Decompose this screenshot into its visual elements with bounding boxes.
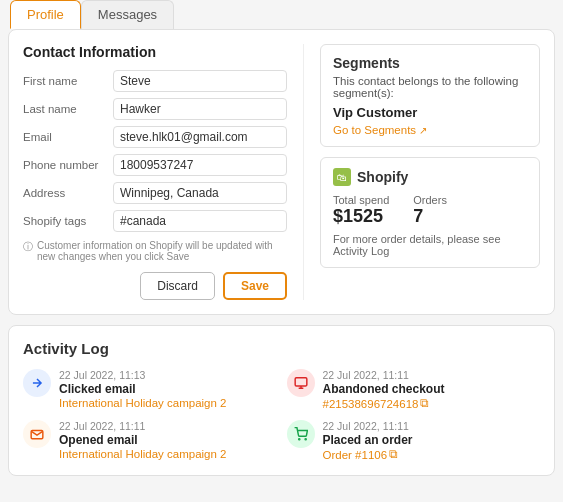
clicked-email-link-label: International Holiday campaign 2 xyxy=(59,397,227,409)
activity-log-title: Activity Log xyxy=(23,340,540,357)
activity-item-abandoned-checkout: 22 Jul 2022, 11:11 Abandoned checkout #2… xyxy=(287,369,541,410)
abandoned-checkout-date: 22 Jul 2022, 11:11 xyxy=(323,369,445,381)
opened-email-icon xyxy=(23,420,51,448)
shopify-bag-icon: 🛍 xyxy=(333,168,351,186)
activity-item-clicked-email: 22 Jul 2022, 11:13 Clicked email Interna… xyxy=(23,369,277,410)
field-phone: Phone number xyxy=(23,154,287,176)
placed-order-link[interactable]: Order #1106 ⧉ xyxy=(323,448,413,461)
right-column: Segments This contact belongs to the fol… xyxy=(320,44,540,300)
opened-email-link[interactable]: International Holiday campaign 2 xyxy=(59,448,227,460)
label-email: Email xyxy=(23,131,113,143)
opened-email-action: Opened email xyxy=(59,433,227,447)
clicked-email-date: 22 Jul 2022, 11:13 xyxy=(59,369,227,381)
segments-description: This contact belongs to the following se… xyxy=(333,75,527,99)
input-email[interactable] xyxy=(113,126,287,148)
segments-section: Segments This contact belongs to the fol… xyxy=(320,44,540,147)
activity-item-placed-order: 22 Jul 2022, 11:11 Placed an order Order… xyxy=(287,420,541,461)
placed-order-action: Placed an order xyxy=(323,433,413,447)
save-button[interactable]: Save xyxy=(223,272,287,300)
orders-stat: Orders 7 xyxy=(413,194,447,227)
clicked-email-link[interactable]: International Holiday campaign 2 xyxy=(59,397,227,409)
shopify-stats: Total spend $1525 Orders 7 xyxy=(333,194,527,227)
segments-title: Segments xyxy=(333,55,527,71)
top-card: Contact Information First name Last name… xyxy=(8,29,555,315)
placed-order-content: 22 Jul 2022, 11:11 Placed an order Order… xyxy=(323,420,413,461)
shopify-activity-note: For more order details, please see Activ… xyxy=(333,233,527,257)
tabs-bar: Profile Messages xyxy=(0,0,563,29)
field-last-name: Last name xyxy=(23,98,287,120)
abandoned-checkout-content: 22 Jul 2022, 11:11 Abandoned checkout #2… xyxy=(323,369,445,410)
label-first-name: First name xyxy=(23,75,113,87)
shopify-update-note: Customer information on Shopify will be … xyxy=(23,240,287,262)
activity-log-card: Activity Log 22 Jul 2022, 11:13 Clicked … xyxy=(8,325,555,476)
tab-messages[interactable]: Messages xyxy=(81,0,174,29)
input-first-name[interactable] xyxy=(113,70,287,92)
segment-link-label: Go to Segments xyxy=(333,124,416,136)
abandoned-checkout-icon xyxy=(287,369,315,397)
svg-point-2 xyxy=(298,439,299,440)
orders-value: 7 xyxy=(413,206,447,227)
field-email: Email xyxy=(23,126,287,148)
orders-label: Orders xyxy=(413,194,447,206)
total-spend-label: Total spend xyxy=(333,194,389,206)
opened-email-date: 22 Jul 2022, 11:11 xyxy=(59,420,227,432)
tab-profile[interactable]: Profile xyxy=(10,0,81,29)
contact-info-title: Contact Information xyxy=(23,44,287,60)
field-address: Address xyxy=(23,182,287,204)
shopify-title: Shopify xyxy=(357,169,408,185)
clicked-email-icon xyxy=(23,369,51,397)
placed-order-date: 22 Jul 2022, 11:11 xyxy=(323,420,413,432)
input-shopify-tags[interactable] xyxy=(113,210,287,232)
action-buttons: Discard Save xyxy=(23,272,287,300)
svg-point-3 xyxy=(305,439,306,440)
placed-order-ext-icon: ⧉ xyxy=(389,448,398,461)
clicked-email-content: 22 Jul 2022, 11:13 Clicked email Interna… xyxy=(59,369,227,409)
label-phone: Phone number xyxy=(23,159,113,171)
placed-order-icon xyxy=(287,420,315,448)
clicked-email-action: Clicked email xyxy=(59,382,227,396)
activity-item-opened-email: 22 Jul 2022, 11:11 Opened email Internat… xyxy=(23,420,277,461)
placed-order-link-label: Order #1106 xyxy=(323,449,388,461)
opened-email-content: 22 Jul 2022, 11:11 Opened email Internat… xyxy=(59,420,227,460)
opened-email-link-label: International Holiday campaign 2 xyxy=(59,448,227,460)
total-spend-value: $1525 xyxy=(333,206,389,227)
abandoned-checkout-link-label: #21538696724618 xyxy=(323,398,419,410)
activity-grid: 22 Jul 2022, 11:13 Clicked email Interna… xyxy=(23,369,540,461)
label-shopify-tags: Shopify tags xyxy=(23,215,113,227)
label-address: Address xyxy=(23,187,113,199)
abandoned-checkout-ext-icon: ⧉ xyxy=(420,397,429,410)
segment-name: Vip Customer xyxy=(333,105,527,120)
input-phone[interactable] xyxy=(113,154,287,176)
go-to-segments-link[interactable]: Go to Segments ↗ xyxy=(333,124,527,136)
contact-info-section: Contact Information First name Last name… xyxy=(23,44,304,300)
discard-button[interactable]: Discard xyxy=(140,272,215,300)
field-first-name: First name xyxy=(23,70,287,92)
shopify-section: 🛍 Shopify Total spend $1525 Orders 7 For… xyxy=(320,157,540,268)
abandoned-checkout-action: Abandoned checkout xyxy=(323,382,445,396)
total-spend-stat: Total spend $1525 xyxy=(333,194,389,227)
label-last-name: Last name xyxy=(23,103,113,115)
input-last-name[interactable] xyxy=(113,98,287,120)
svg-rect-0 xyxy=(295,378,307,386)
field-shopify-tags: Shopify tags xyxy=(23,210,287,232)
abandoned-checkout-link[interactable]: #21538696724618 ⧉ xyxy=(323,397,445,410)
input-address[interactable] xyxy=(113,182,287,204)
shopify-header: 🛍 Shopify xyxy=(333,168,527,186)
external-link-icon: ↗ xyxy=(419,125,427,136)
